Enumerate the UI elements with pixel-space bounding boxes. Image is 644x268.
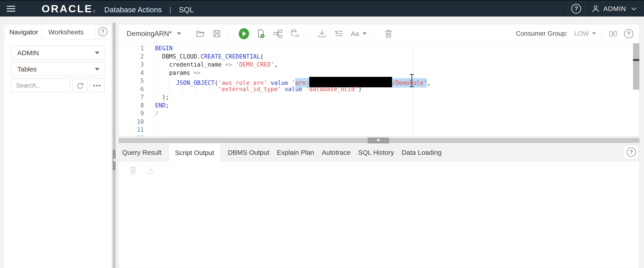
toolbar-divider bbox=[373, 29, 374, 39]
chevron-down-icon bbox=[362, 32, 366, 35]
binoculars-icon bbox=[608, 29, 618, 39]
line-number: 9 bbox=[119, 110, 154, 118]
tab-explain-plan[interactable]: Explain Plan bbox=[277, 149, 314, 156]
clear-worksheet-button[interactable] bbox=[383, 29, 394, 39]
toolbar-divider bbox=[307, 29, 307, 39]
help-icon: ? bbox=[98, 27, 108, 36]
output-help-button[interactable]: ? bbox=[624, 145, 639, 159]
editor-scrollbar-thumb[interactable] bbox=[633, 43, 639, 90]
worksheet-help-button[interactable]: ? bbox=[624, 29, 634, 39]
ellipsis-icon: ••• bbox=[93, 82, 101, 89]
chevron-down-icon bbox=[95, 52, 99, 54]
registered-mark: ® bbox=[93, 9, 95, 13]
code-line[interactable]: DBMS_CLOUD.CREATE_CREDENTIAL( bbox=[155, 52, 633, 61]
worksheet-toolbar: DemoingARN* bbox=[119, 24, 639, 43]
clear-output-button[interactable] bbox=[128, 165, 138, 175]
help-icon: ? bbox=[571, 4, 581, 14]
code-line[interactable]: END; bbox=[155, 101, 633, 110]
explain-plan-button[interactable] bbox=[273, 29, 283, 39]
font-size-button[interactable]: Aa bbox=[351, 29, 367, 39]
code-line[interactable]: ); bbox=[155, 93, 633, 101]
line-number: 1 bbox=[119, 44, 154, 52]
app-title: Database Actions bbox=[104, 5, 162, 14]
code-line[interactable]: credential_name => 'DEMO_CRED', bbox=[155, 61, 633, 69]
more-actions-button[interactable]: ••• bbox=[90, 79, 105, 93]
refresh-button[interactable] bbox=[72, 79, 88, 93]
editor-output-splitter[interactable] bbox=[118, 138, 640, 143]
run-statement-button[interactable] bbox=[239, 29, 249, 39]
tab-script-output-label: Script Output bbox=[175, 149, 214, 156]
font-size-icon: Aa bbox=[351, 30, 359, 37]
code-line[interactable]: BEGIN bbox=[155, 44, 633, 52]
line-number: 5 bbox=[119, 77, 154, 85]
open-file-button[interactable] bbox=[195, 29, 205, 39]
line-number: 4 bbox=[119, 69, 154, 77]
format-button[interactable] bbox=[334, 29, 344, 39]
worksheet-dropdown-icon[interactable] bbox=[177, 32, 181, 35]
search-input[interactable] bbox=[11, 79, 70, 93]
app-window: ORACLE® Database Actions | SQL ? ADMIN bbox=[0, 0, 644, 268]
tab-sql-history[interactable]: SQL History bbox=[358, 149, 394, 156]
navigator-tab-row: Navigator Worksheets ? bbox=[4, 24, 112, 40]
top-bar: ORACLE® Database Actions | SQL ? ADMIN bbox=[0, 0, 644, 16]
hamburger-menu-icon[interactable] bbox=[7, 6, 15, 12]
navigator-help-button[interactable]: ? bbox=[95, 25, 110, 38]
save-button[interactable] bbox=[212, 29, 222, 39]
topbar-help-button[interactable]: ? bbox=[568, 1, 584, 16]
tab-worksheets-label: Worksheets bbox=[48, 28, 84, 36]
run-script-button[interactable] bbox=[256, 29, 266, 39]
help-icon: ? bbox=[626, 147, 636, 157]
panel-splitter[interactable] bbox=[112, 22, 116, 268]
code-line[interactable]: 'external_id_type' value 'database_ocid'… bbox=[155, 85, 633, 93]
download-icon bbox=[146, 165, 156, 175]
code-line[interactable]: JSON_OBJECT('aws_role_arn' value 'arn:/D… bbox=[155, 77, 633, 85]
code-line[interactable]: params => bbox=[155, 69, 633, 77]
download-output-button[interactable] bbox=[146, 165, 156, 175]
code-line[interactable] bbox=[155, 134, 633, 136]
tab-worksheets[interactable]: Worksheets bbox=[48, 24, 84, 40]
tab-navigator[interactable]: Navigator bbox=[5, 24, 42, 40]
code-area[interactable]: BEGIN DBMS_CLOUD.CREATE_CREDENTIAL( cred… bbox=[154, 43, 633, 136]
collapse-down-icon bbox=[376, 139, 380, 141]
tab-script-output[interactable]: Script Output bbox=[169, 143, 220, 162]
code-line[interactable] bbox=[155, 118, 633, 126]
schema-select[interactable]: ADMIN bbox=[11, 46, 105, 60]
object-type-select-value: Tables bbox=[17, 65, 37, 73]
line-number: 2 bbox=[119, 52, 154, 61]
user-icon bbox=[591, 4, 600, 13]
object-type-select[interactable]: Tables bbox=[11, 62, 105, 76]
autotrace-button[interactable] bbox=[290, 29, 300, 39]
format-icon bbox=[334, 29, 344, 39]
topbar-right: ? ADMIN bbox=[568, 1, 644, 16]
code-editor[interactable]: 123456789101112 BEGIN DBMS_CLOUD.CREATE_… bbox=[119, 43, 639, 136]
output-divider bbox=[124, 179, 634, 179]
consumer-group-value[interactable]: LOW bbox=[574, 30, 589, 37]
tab-data-loading[interactable]: Data Loading bbox=[402, 149, 442, 156]
text-cursor-icon bbox=[409, 74, 415, 88]
worksheet-name[interactable]: DemoingARN* bbox=[127, 30, 172, 38]
run-script-icon bbox=[256, 29, 266, 39]
tab-dbms-output[interactable]: DBMS Output bbox=[228, 149, 269, 156]
output-toolbar bbox=[119, 161, 639, 179]
download-button[interactable] bbox=[317, 29, 327, 39]
toolbar-divider bbox=[602, 29, 602, 39]
chevron-down-icon[interactable] bbox=[592, 32, 596, 35]
module-title: SQL bbox=[179, 5, 194, 14]
help-icon: ? bbox=[624, 29, 634, 38]
code-line[interactable]: / bbox=[155, 110, 633, 118]
save-icon bbox=[212, 29, 222, 39]
chevron-down-icon bbox=[95, 68, 99, 71]
cursor-position-marker bbox=[633, 59, 639, 61]
tab-autotrace[interactable]: Autotrace bbox=[322, 149, 350, 156]
user-menu-button[interactable]: ADMIN bbox=[584, 1, 644, 16]
editor-scrollbar[interactable] bbox=[633, 43, 639, 136]
consumer-group-label: Consumer Group: bbox=[516, 30, 568, 37]
line-number: 8 bbox=[119, 101, 154, 110]
code-line[interactable] bbox=[155, 126, 633, 134]
line-number: 12 bbox=[119, 134, 154, 136]
find-button[interactable] bbox=[608, 29, 618, 39]
panel-collapse-handle[interactable] bbox=[112, 150, 116, 170]
worksheet-toolbar-right: Consumer Group: LOW ? bbox=[516, 29, 634, 39]
tab-query-result[interactable]: Query Result bbox=[122, 149, 161, 156]
splitter-drag-handle[interactable] bbox=[368, 137, 389, 143]
